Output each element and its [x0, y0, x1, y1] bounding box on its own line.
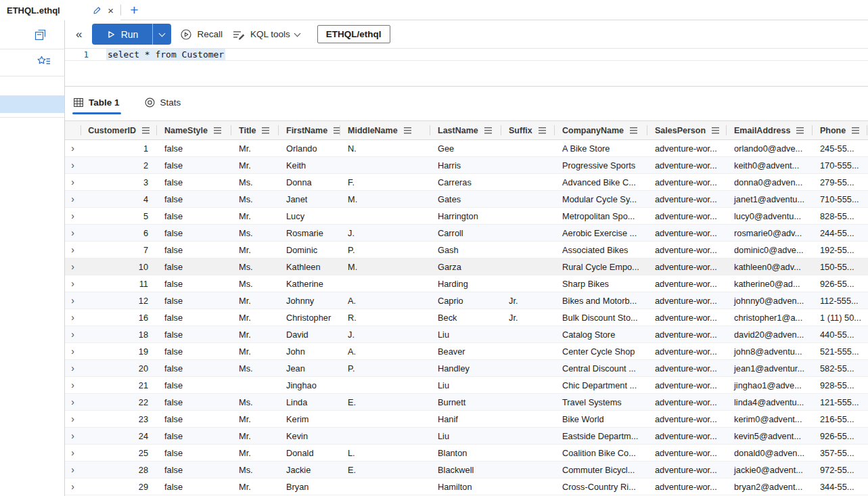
- column-header-suffix[interactable]: Suffix: [501, 121, 554, 139]
- cell-lastname: Garza: [430, 258, 501, 275]
- column-menu-icon[interactable]: [630, 127, 637, 134]
- cell-middlename: M.: [340, 258, 430, 275]
- table-row[interactable]: ›2falseMr.KeithHarrisProgressive Sportsa…: [65, 157, 868, 174]
- tab-stats[interactable]: Stats: [145, 95, 181, 109]
- favorites-list-icon[interactable]: [37, 55, 51, 67]
- cell-companyname: Bikes and Motorb...: [554, 292, 647, 309]
- run-button-main[interactable]: Run: [92, 24, 152, 45]
- new-tab-button[interactable]: +: [125, 1, 143, 19]
- row-expander[interactable]: ›: [65, 394, 81, 410]
- cell-companyname: Advanced Bike C...: [554, 174, 647, 190]
- table-row[interactable]: ›11falseMs.KatherineHardingSharp Bikesad…: [65, 275, 868, 292]
- table-row[interactable]: ›3falseMs.DonnaF.CarrerasAdvanced Bike C…: [65, 174, 868, 191]
- kql-tools-icon: [232, 29, 246, 40]
- recall-button[interactable]: Recall: [180, 28, 223, 41]
- close-tab-icon[interactable]: ×: [108, 5, 114, 16]
- row-expander[interactable]: ›: [65, 242, 81, 258]
- table-row[interactable]: ›6falseMs.RosmarieJ.CarrollAerobic Exerc…: [65, 225, 868, 242]
- row-expander[interactable]: ›: [65, 191, 81, 207]
- table-row[interactable]: ›1falseMr.OrlandoN.GeeA Bike Storeadvent…: [65, 140, 868, 157]
- column-header-title[interactable]: Title: [231, 121, 278, 139]
- cell-middlename: P.: [340, 360, 430, 376]
- row-expander[interactable]: ›: [65, 157, 81, 173]
- row-expander[interactable]: ›: [65, 461, 81, 478]
- column-menu-icon[interactable]: [334, 127, 340, 134]
- column-header-namestyle[interactable]: NameStyle: [156, 121, 231, 139]
- collapse-pane-icon[interactable]: [35, 29, 46, 41]
- row-expander[interactable]: ›: [65, 208, 81, 224]
- table-row[interactable]: ›28falseMs.JackieE.BlackwellCommuter Bic…: [65, 461, 868, 478]
- sidebar-selected-item[interactable]: [0, 95, 64, 113]
- chevron-down-icon: [159, 30, 166, 37]
- table-row[interactable]: ›4falseMs.JanetM.GatesModular Cycle Sy..…: [65, 191, 868, 208]
- table-row[interactable]: ›12falseMr.JohnnyA.CaprioJr.Bikes and Mo…: [65, 292, 868, 309]
- row-expander[interactable]: ›: [65, 225, 81, 241]
- run-dropdown-button[interactable]: [153, 24, 171, 45]
- column-menu-icon[interactable]: [484, 127, 492, 134]
- cell-phone: 121-555...: [812, 394, 868, 410]
- grid-body: ›1falseMr.OrlandoN.GeeA Bike Storeadvent…: [65, 140, 868, 496]
- rename-tab-icon[interactable]: [93, 6, 101, 15]
- row-expander[interactable]: ›: [65, 411, 81, 427]
- row-expander[interactable]: ›: [65, 309, 81, 325]
- row-expander[interactable]: ›: [65, 360, 81, 376]
- table-row[interactable]: ›20falseMs.JeanP.HandleyCentral Discount…: [65, 360, 868, 377]
- cell-phone: 192-55...: [812, 242, 868, 258]
- editor-current-line[interactable]: 1 select * from Customer: [65, 49, 868, 61]
- column-menu-icon[interactable]: [262, 127, 269, 134]
- table-row[interactable]: ›23falseMr.KerimHanifBike Worldadventure…: [65, 411, 868, 428]
- column-header-phone[interactable]: Phone: [812, 121, 868, 139]
- column-header-middlename[interactable]: MiddleName: [340, 121, 430, 139]
- document-tab[interactable]: ETHQL.ethql ×: [0, 0, 120, 20]
- column-header-firstname[interactable]: FirstName: [278, 121, 340, 139]
- table-row[interactable]: ›5falseMr.LucyHarringtonMetropolitan Spo…: [65, 208, 868, 225]
- table-row[interactable]: ›29falseMr.BryanHamiltonCross-Country Ri…: [65, 478, 868, 495]
- column-menu-icon[interactable]: [142, 127, 150, 134]
- table-row[interactable]: ›22falseMs.LindaE.BurnettTravel Systemsa…: [65, 394, 868, 411]
- table-row[interactable]: ›24falseMr.KevinLiuEastside Departm...ad…: [65, 428, 868, 445]
- row-expander[interactable]: ›: [65, 258, 81, 275]
- column-menu-icon[interactable]: [852, 127, 859, 134]
- cell-suffix: [501, 360, 554, 376]
- column-menu-icon[interactable]: [796, 127, 804, 134]
- column-menu-icon[interactable]: [539, 127, 546, 134]
- row-expander[interactable]: ›: [65, 326, 81, 342]
- cell-middlename: [340, 208, 430, 224]
- table-row[interactable]: ›18falseMr.DavidJ.LiuCatalog Storeadvent…: [65, 326, 868, 343]
- query-editor[interactable]: 1 select * from Customer: [65, 49, 868, 87]
- row-expander[interactable]: ›: [65, 174, 81, 190]
- row-expander[interactable]: ›: [65, 292, 81, 309]
- collapse-toolbar-icon[interactable]: «: [76, 28, 82, 40]
- column-header-companyname[interactable]: CompanyName: [554, 121, 647, 139]
- column-header-customerid[interactable]: CustomerID: [81, 121, 156, 139]
- row-expander[interactable]: ›: [65, 428, 81, 444]
- row-expander[interactable]: ›: [65, 478, 81, 495]
- column-header-salesperson[interactable]: SalesPerson: [647, 121, 726, 139]
- column-header-emailaddress[interactable]: EmailAddress: [726, 121, 812, 139]
- cell-suffix: [501, 191, 554, 207]
- row-expander[interactable]: ›: [65, 275, 81, 292]
- column-menu-icon[interactable]: [404, 127, 411, 134]
- run-button[interactable]: Run: [92, 24, 171, 45]
- column-header-lastname[interactable]: LastName: [430, 121, 501, 139]
- kql-tools-button[interactable]: KQL tools: [232, 29, 300, 40]
- row-expander[interactable]: ›: [65, 377, 81, 393]
- table-row[interactable]: ›7falseMr.DominicP.GashAssociated Bikesa…: [65, 242, 868, 258]
- tab-table-1[interactable]: Table 1: [74, 95, 120, 109]
- row-expander[interactable]: ›: [65, 445, 81, 461]
- table-row[interactable]: ›25falseMr.DonaldL.BlantonCoalition Bike…: [65, 445, 868, 461]
- table-icon: [74, 98, 83, 107]
- column-menu-icon[interactable]: [712, 127, 719, 134]
- row-expander[interactable]: ›: [65, 343, 81, 359]
- query-text[interactable]: select * from Customer: [106, 49, 225, 60]
- cell-salesperson: adventure-wor...: [647, 445, 726, 461]
- table-row[interactable]: ›21falseJinghaoLiuChic Department ...adv…: [65, 377, 868, 394]
- column-menu-icon[interactable]: [214, 127, 221, 134]
- database-scope-button[interactable]: ETHQL/ethql: [317, 25, 390, 43]
- chevron-right-icon: ›: [71, 313, 74, 322]
- table-row[interactable]: ›10falseMs.KathleenM.GarzaRural Cycle Em…: [65, 258, 868, 275]
- row-expander[interactable]: ›: [65, 140, 81, 156]
- table-row[interactable]: ›19falseMr.JohnA.BeaverCenter Cycle Shop…: [65, 343, 868, 360]
- table-row[interactable]: ›16falseMr.ChristopherR.BeckJr.Bulk Disc…: [65, 309, 868, 326]
- cell-namestyle: false: [156, 394, 231, 410]
